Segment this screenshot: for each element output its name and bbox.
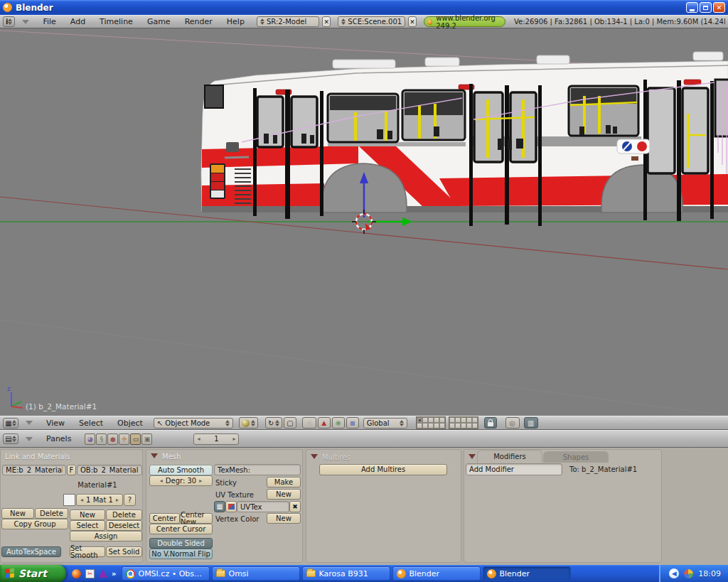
- double-sided-toggle[interactable]: Double Sided: [149, 538, 213, 549]
- deselect-button[interactable]: Deselect: [106, 520, 142, 531]
- panel-collapse-icon[interactable]: [469, 454, 476, 459]
- start-button[interactable]: Start: [0, 565, 66, 582]
- uvtex-grid-button[interactable]: ▦: [214, 501, 225, 512]
- task-blender-1[interactable]: Blender: [392, 566, 481, 581]
- material-color-swatch[interactable]: [63, 494, 75, 506]
- task-omsi-folder[interactable]: Omsi: [212, 566, 300, 581]
- draw-type-dropdown[interactable]: [239, 417, 258, 429]
- collapse-menu-icon[interactable]: [26, 421, 33, 425]
- vgroup-new-button[interactable]: New: [1, 508, 34, 519]
- quick-launch-icon-1[interactable]: [72, 569, 81, 578]
- pivot-dropdown[interactable]: ↻: [265, 417, 282, 429]
- logic-context-button[interactable]: ◕: [85, 433, 95, 445]
- menu-add[interactable]: Add: [64, 17, 92, 26]
- texmesh-field[interactable]: TexMesh:: [214, 464, 301, 475]
- script-context-button[interactable]: §: [96, 433, 107, 445]
- autotexspace-toggle[interactable]: AutoTexSpace: [1, 546, 61, 557]
- collapse-menu-icon[interactable]: [26, 437, 33, 441]
- scene-selector[interactable]: SCE:Scene.001: [338, 16, 405, 27]
- proportional-edit-button[interactable]: ◎: [505, 417, 520, 429]
- quick-launch-icon-3[interactable]: [99, 569, 107, 578]
- restore-button[interactable]: [700, 2, 712, 13]
- material-help-button[interactable]: ?: [124, 494, 136, 506]
- quick-launch-overflow-chevron[interactable]: »: [112, 570, 116, 578]
- screen-selector[interactable]: SR:2-Model: [257, 16, 319, 27]
- viewport-type-button[interactable]: ▦: [3, 418, 18, 429]
- shading-context-button[interactable]: ●: [107, 433, 118, 445]
- degr-slider[interactable]: ◂Degr: 30▸: [149, 475, 213, 486]
- screen-unlink-button[interactable]: ✕: [322, 16, 331, 27]
- collapse-menu-icon[interactable]: [22, 20, 29, 24]
- uv-texture-new-button[interactable]: New: [267, 489, 301, 500]
- panels-menu[interactable]: Panels: [40, 434, 77, 443]
- task-karosa-folder[interactable]: Karosa B931: [302, 566, 390, 581]
- orientation-dropdown[interactable]: Global: [363, 418, 407, 429]
- add-multires-button[interactable]: Add Multires: [319, 464, 447, 475]
- scene-context-button[interactable]: ▣: [141, 433, 152, 445]
- set-solid-button[interactable]: Set Solid: [106, 546, 142, 557]
- add-modifier-dropdown[interactable]: Add Modifier: [466, 463, 562, 475]
- mesh-name-field[interactable]: ME:b_2_Material#1: [2, 465, 66, 475]
- menu-render[interactable]: Render: [178, 17, 219, 26]
- panel-collapse-icon[interactable]: [151, 453, 158, 458]
- menu-game[interactable]: Game: [141, 17, 177, 26]
- no-vnormal-flip-toggle[interactable]: No V.Normal Flip: [149, 549, 213, 559]
- object-context-button[interactable]: ✛: [119, 433, 129, 445]
- copy-group-button[interactable]: Copy Group: [1, 519, 68, 529]
- quick-launch-icon-2[interactable]: ✂: [85, 569, 95, 578]
- uvtex-delete-button[interactable]: ✖: [289, 501, 301, 512]
- version-button[interactable]: www.blender.org 249.2: [424, 16, 505, 27]
- menu-file[interactable]: File: [36, 17, 62, 26]
- editing-context-button[interactable]: ▭: [130, 433, 141, 445]
- mode-dropdown[interactable]: ↖ Object Mode: [154, 418, 233, 429]
- buttons-window-type-button[interactable]: ▤: [3, 433, 18, 444]
- layer-buttons-2[interactable]: [449, 416, 478, 429]
- panel-collapse-icon[interactable]: [311, 454, 318, 459]
- render-preview-button[interactable]: ▥: [524, 417, 538, 429]
- layer-buttons-1[interactable]: [416, 416, 446, 429]
- vertex-color-new-button[interactable]: New: [267, 513, 301, 524]
- 3d-viewport[interactable]: z (1) b_2_Material#1: [0, 28, 728, 416]
- manipulator-translate-button[interactable]: ▲: [318, 417, 331, 429]
- object-name-field[interactable]: OB:b_2_Material#1: [77, 465, 142, 475]
- material-index-field[interactable]: ◂1 Mat 1▸: [76, 494, 123, 506]
- panel-title[interactable]: Mesh: [162, 453, 181, 460]
- tab-modifiers[interactable]: Modifiers: [477, 450, 542, 463]
- panel-title[interactable]: Link and Materials: [5, 453, 70, 460]
- uvtex-image-button[interactable]: [225, 501, 237, 512]
- vgroup-delete-button[interactable]: Delete: [35, 508, 68, 519]
- menu-select[interactable]: Select: [73, 419, 109, 428]
- sticky-make-button[interactable]: Make: [267, 477, 301, 487]
- menu-view[interactable]: View: [40, 419, 71, 428]
- task-blender-2[interactable]: Blender: [483, 566, 571, 581]
- close-button[interactable]: ✕: [713, 2, 725, 13]
- center-cursor-button[interactable]: Center Cursor: [149, 524, 213, 534]
- menu-help[interactable]: Help: [220, 17, 251, 26]
- select-button[interactable]: Select: [70, 520, 105, 531]
- frame-number-field[interactable]: ◂ 1 ▸: [193, 433, 239, 445]
- material-new-button[interactable]: New: [70, 510, 105, 520]
- minimize-button[interactable]: [686, 2, 698, 13]
- menu-object[interactable]: Object: [111, 419, 149, 428]
- uvtex-name-field[interactable]: UVTex: [237, 501, 289, 512]
- panel-title[interactable]: Multires: [322, 453, 350, 461]
- set-smooth-button[interactable]: Set Smooth: [70, 546, 105, 557]
- manipulator-rotate-button[interactable]: ◉: [332, 417, 345, 429]
- lock-layers-button[interactable]: [484, 417, 497, 429]
- scene-unlink-button[interactable]: ✕: [408, 16, 417, 27]
- center-new-button[interactable]: Center New: [180, 513, 213, 524]
- assign-button[interactable]: Assign: [70, 531, 142, 541]
- menu-timeline[interactable]: Timeline: [93, 17, 139, 26]
- window-type-button[interactable]: i: [3, 16, 15, 27]
- hide-icons-chevron[interactable]: ◀: [669, 568, 679, 578]
- auto-smooth-toggle[interactable]: Auto Smooth: [149, 465, 213, 475]
- center-button[interactable]: Center: [149, 513, 180, 524]
- task-omsi-cz[interactable]: OMSI.cz • Obsah - G...: [122, 566, 210, 581]
- fake-user-button[interactable]: F: [67, 465, 76, 475]
- manipulator-scale-button[interactable]: ■: [346, 417, 359, 429]
- tray-app-icon[interactable]: [684, 569, 693, 578]
- snap-target-button[interactable]: ▢: [284, 417, 296, 429]
- tab-shapes[interactable]: Shapes: [543, 451, 609, 463]
- material-delete-button[interactable]: Delete: [106, 510, 142, 520]
- manipulator-hand-button[interactable]: ☝: [302, 417, 316, 429]
